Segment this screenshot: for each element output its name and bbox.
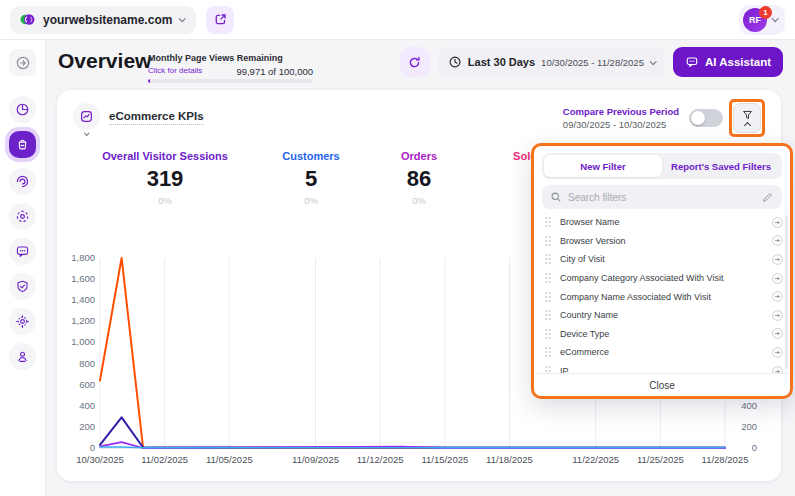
date-range-selector[interactable]: Last 30 Days 10/30/2025 - 11/28/2025 <box>438 47 665 77</box>
close-label: Close <box>649 380 675 391</box>
site-logo-icon <box>19 11 36 28</box>
page-views-value: 99,971 of 100,000 <box>236 66 313 77</box>
drag-handle-icon[interactable] <box>544 272 552 284</box>
drag-handle-icon[interactable] <box>544 328 552 340</box>
arrow-right-circle-icon[interactable] <box>771 216 784 229</box>
filter-list-item[interactable]: Device Type <box>544 325 784 344</box>
scrollbar[interactable] <box>785 215 788 369</box>
sidebar-item-visitors[interactable] <box>9 343 36 370</box>
filter-item-label: Company Name Associated With Visit <box>560 292 763 302</box>
y-axis-label: 0 <box>90 442 95 453</box>
filter-list-item[interactable]: City of Visit <box>544 250 784 269</box>
y-axis-label: 1,000 <box>71 336 95 347</box>
y-axis-label: 1,200 <box>71 315 95 326</box>
filter-item-label: Company Category Associated With Visit <box>560 273 763 283</box>
search-input[interactable] <box>568 192 755 203</box>
kpi-orders[interactable]: Orders 86 0% <box>401 150 437 206</box>
compare-label: Compare Previous Period <box>563 106 679 117</box>
drag-handle-icon[interactable] <box>544 346 552 358</box>
close-button[interactable]: Close <box>534 373 790 396</box>
filter-list-item[interactable]: Company Name Associated With Visit <box>544 287 784 306</box>
chevron-down-icon <box>772 15 779 22</box>
drag-handle-icon[interactable] <box>544 216 552 228</box>
drag-handle-icon[interactable] <box>544 253 552 265</box>
filter-search[interactable] <box>542 185 782 209</box>
card-widget-menu[interactable] <box>73 103 100 130</box>
arrow-right-circle-icon <box>15 55 31 71</box>
sidebar-item-behavior[interactable] <box>9 168 36 195</box>
sidebar-item-sessions[interactable] <box>9 203 36 230</box>
filter-item-label: IP <box>560 366 763 373</box>
page-views-progress <box>148 79 313 83</box>
filter-list-item[interactable]: eCommerce <box>544 343 784 362</box>
filter-popup: New Filter Report's Saved Filters Browse… <box>531 143 793 399</box>
y-axis-label: 400 <box>79 400 95 411</box>
date-range-dates: 10/30/2025 - 11/28/2025 <box>541 57 644 68</box>
series-pageviews-indigo <box>100 417 725 447</box>
sidebar-item-privacy[interactable] <box>9 273 36 300</box>
filter-list-item[interactable]: IP <box>544 362 784 373</box>
swirl-icon <box>15 174 30 189</box>
sidebar-item-expand[interactable] <box>9 49 36 76</box>
filter-list-item[interactable]: Company Category Associated With Visit <box>544 269 784 288</box>
refresh-icon <box>407 55 422 70</box>
drag-handle-icon[interactable] <box>544 291 552 303</box>
ai-assistant-button[interactable]: AI Assistant <box>673 47 783 77</box>
site-name: yourwebsitename.com <box>43 13 172 27</box>
chevron-down-icon <box>179 15 186 22</box>
refresh-button[interactable] <box>400 47 430 77</box>
sidebar-item-feedback[interactable] <box>9 238 36 265</box>
arrow-right-circle-icon[interactable] <box>771 272 784 285</box>
drag-handle-icon[interactable] <box>544 235 552 247</box>
ai-assistant-label: AI Assistant <box>705 56 771 68</box>
kpi-customers[interactable]: Customers 5 0% <box>282 150 339 206</box>
filter-button[interactable] <box>733 103 761 133</box>
user-menu[interactable]: RF 1 <box>739 5 785 35</box>
arrow-right-circle-icon[interactable] <box>771 234 784 247</box>
filter-item-label: eCommerce <box>560 347 763 357</box>
site-selector[interactable]: yourwebsitename.com <box>10 6 196 34</box>
filter-list-item[interactable]: Country Name <box>544 306 784 325</box>
chevron-down-icon <box>84 130 90 136</box>
drag-handle-icon[interactable] <box>544 365 552 373</box>
sidebar-item-settings[interactable] <box>9 308 36 335</box>
page-views-label: Monthly Page Views Remaining <box>148 53 283 63</box>
drag-handle-icon[interactable] <box>544 309 552 321</box>
date-range-preset: Last 30 Days <box>468 56 535 68</box>
filter-list-item[interactable]: Browser Name <box>544 213 784 232</box>
clock-icon <box>448 55 462 69</box>
sidebar-item-ecommerce[interactable] <box>9 131 36 158</box>
tab-saved-filters[interactable]: Report's Saved Filters <box>662 155 780 177</box>
x-axis-label: 11/15/2025 <box>421 454 468 465</box>
arrow-right-circle-icon[interactable] <box>771 253 784 266</box>
arrow-right-circle-icon[interactable] <box>771 365 784 373</box>
pencil-edit-icon[interactable] <box>761 191 774 204</box>
arrow-right-circle-icon[interactable] <box>771 309 784 322</box>
chat-bubble-icon <box>15 244 30 259</box>
kpi-label: Overall Visitor Sessions <box>102 150 228 162</box>
compare-toggle[interactable] <box>689 109 723 127</box>
tab-new-filter[interactable]: New Filter <box>544 155 662 177</box>
chevron-down-icon <box>650 58 657 65</box>
arrow-right-circle-icon[interactable] <box>771 346 784 359</box>
funnel-filter-icon <box>741 109 754 122</box>
filter-item-label: City of Visit <box>560 254 763 264</box>
right-axis-label: 200 <box>741 421 757 432</box>
kpi-value: 86 <box>401 166 437 192</box>
arrow-right-circle-icon[interactable] <box>771 290 784 303</box>
kpi-delta: 0% <box>282 195 339 206</box>
right-axis-label: 400 <box>741 400 757 411</box>
x-axis-label: 11/02/2025 <box>141 454 188 465</box>
arrow-right-circle-icon[interactable] <box>771 327 784 340</box>
shield-check-icon <box>15 279 30 294</box>
filter-list-item[interactable]: Browser Version <box>544 232 784 251</box>
x-axis-label: 11/25/2025 <box>637 454 684 465</box>
user-pin-icon <box>15 349 30 364</box>
gear-icon <box>15 314 30 329</box>
trend-widget-icon <box>79 109 94 124</box>
filter-tabs: New Filter Report's Saved Filters <box>542 153 782 179</box>
x-axis-label: 11/22/2025 <box>572 454 619 465</box>
kpi-sessions[interactable]: Overall Visitor Sessions 319 0% <box>102 150 228 206</box>
sidebar-item-analytics[interactable] <box>9 96 36 123</box>
open-site-button[interactable] <box>206 6 234 34</box>
